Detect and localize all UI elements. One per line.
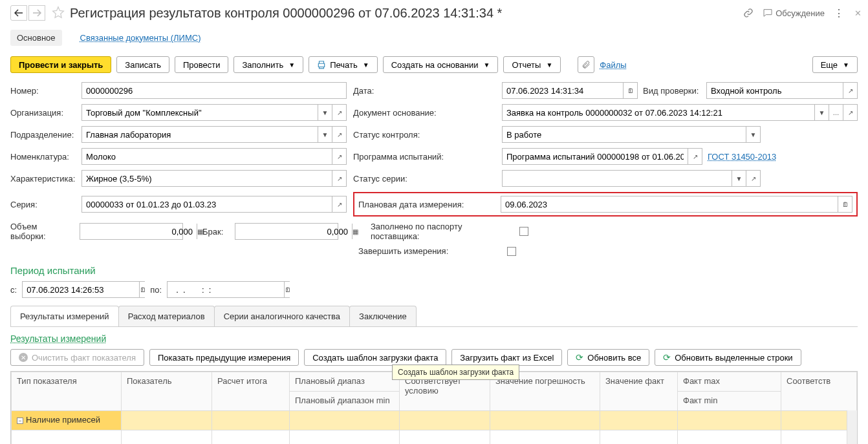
dept-input[interactable]: ▼↗ — [81, 126, 347, 143]
passport-checkbox[interactable] — [519, 227, 528, 236]
th-conf[interactable]: Соответств — [781, 372, 857, 411]
collapse-icon[interactable]: − — [17, 418, 23, 424]
dropdown-icon[interactable]: ▼ — [318, 127, 332, 142]
th-type[interactable]: Тип показателя — [12, 372, 122, 411]
subtab-conclusion[interactable]: Заключение — [349, 306, 417, 326]
results-table[interactable]: Тип показателя Показатель Расчет итога П… — [11, 372, 857, 444]
ctrl-status-input[interactable]: ▼ — [502, 126, 761, 143]
refresh-icon: ⟳ — [663, 352, 671, 363]
discuss-button[interactable]: Обсуждение — [763, 8, 825, 18]
period-from-input[interactable]: 🗓 — [22, 281, 145, 298]
nomen-label: Номенклатура: — [10, 152, 75, 162]
tab-main[interactable]: Основное — [10, 30, 62, 46]
subtab-analog[interactable]: Серии аналогичного качества — [214, 306, 350, 326]
subtab-results[interactable]: Результаты измерений — [10, 306, 119, 326]
date-input[interactable]: 🗓 — [502, 82, 638, 99]
dropdown-icon[interactable]: ▼ — [814, 105, 829, 120]
calendar-icon[interactable]: 🗓 — [623, 83, 637, 98]
prog-label: Программа испытаний: — [353, 152, 495, 162]
th-calc[interactable]: Расчет итога — [212, 372, 290, 411]
results-section-title[interactable]: Результаты измерений — [10, 333, 858, 349]
discuss-label: Обсуждение — [776, 8, 825, 18]
header-more-icon[interactable]: ⋮ — [834, 7, 845, 19]
paperclip-icon — [581, 60, 591, 69]
th-fact-max[interactable]: Факт max — [678, 372, 781, 392]
period-title: Период испытаний — [0, 259, 868, 279]
org-input[interactable]: ▼↗ — [81, 104, 347, 121]
reject-input[interactable]: ▦ — [235, 223, 338, 240]
table-row[interactable]: Наличие воды Последнее Нет — [12, 430, 857, 445]
cell-calc: Последнее — [212, 430, 290, 445]
show-prev-button[interactable]: Показать предыдущие измерения — [149, 349, 299, 366]
print-button[interactable]: Печать▼ — [309, 56, 378, 73]
th-plan-range[interactable]: Плановый диапаз — [290, 372, 400, 392]
favorite-icon[interactable] — [52, 6, 65, 21]
save-button[interactable]: Записать — [116, 56, 169, 73]
number-input[interactable] — [81, 82, 347, 99]
th-fact-min[interactable]: Факт min — [678, 392, 781, 411]
tab-linked-docs[interactable]: Связанные документы (ЛИМС) — [74, 30, 208, 46]
dropdown-icon[interactable]: ▼ — [732, 171, 746, 186]
create-template-button[interactable]: Создать шаблон загрузки факта — [304, 349, 446, 366]
create-based-button[interactable]: Создать на основании▼ — [383, 56, 499, 73]
number-label: Номер: — [10, 86, 75, 96]
close-icon[interactable]: ✕ — [854, 8, 862, 18]
open-icon[interactable]: ↗ — [688, 149, 702, 164]
nav-back-button[interactable] — [10, 5, 27, 21]
open-icon[interactable]: ↗ — [843, 83, 857, 98]
prog-input[interactable]: ↗ — [502, 148, 702, 165]
post-close-button[interactable]: Провести и закрыть — [10, 56, 111, 73]
reports-button[interactable]: Отчеты▼ — [503, 56, 561, 73]
th-plan-min[interactable]: Плановый диапазон min — [290, 392, 400, 411]
calendar-icon[interactable]: 🗓 — [284, 282, 291, 297]
reject-label: Брак: — [190, 227, 228, 237]
finish-label: Завершить измерения: — [358, 246, 501, 256]
th-fact[interactable]: Значение факт — [600, 372, 678, 411]
cell-correct: Нет — [400, 430, 490, 445]
attachment-button[interactable] — [578, 56, 594, 73]
plan-date-input[interactable]: 🗓 — [501, 196, 852, 213]
calculator-icon[interactable]: ▦ — [352, 224, 358, 239]
gost-link[interactable]: ГОСТ 31450-2013 — [708, 152, 776, 162]
scrollbar[interactable] — [847, 410, 857, 444]
calendar-icon[interactable]: 🗓 — [139, 282, 146, 297]
arrow-left-icon — [14, 9, 23, 17]
series-status-label: Статус серии: — [353, 174, 495, 184]
post-button[interactable]: Провести — [175, 56, 229, 73]
calendar-icon[interactable]: 🗓 — [838, 196, 852, 212]
update-all-button[interactable]: ⟳Обновить все — [567, 349, 649, 366]
open-icon[interactable]: ↗ — [843, 105, 857, 120]
period-to-input[interactable]: 🗓 — [167, 281, 290, 298]
files-link[interactable]: Файлы — [600, 60, 626, 70]
open-icon[interactable]: ↗ — [332, 105, 346, 120]
open-icon[interactable]: ↗ — [332, 171, 346, 186]
series-label: Серия: — [10, 200, 75, 209]
check-type-label: Вид проверки: — [643, 86, 701, 96]
open-icon[interactable]: ↗ — [332, 149, 346, 164]
dropdown-icon[interactable]: ▼ — [746, 127, 760, 142]
open-icon[interactable]: ↗ — [746, 171, 760, 186]
update-selected-button[interactable]: ⟳Обновить выделенные строки — [655, 349, 801, 366]
more-label: Еще — [821, 60, 838, 70]
dropdown-icon[interactable]: ▼ — [318, 105, 332, 120]
finish-checkbox[interactable] — [507, 247, 516, 256]
charact-input[interactable]: ↗ — [81, 170, 347, 187]
clear-fact-button[interactable]: ✕Очистить факт показателя — [10, 349, 144, 366]
series-input[interactable]: ↗ — [81, 196, 347, 213]
subtab-materials[interactable]: Расход материалов — [118, 306, 215, 326]
nomen-input[interactable]: ↗ — [81, 148, 347, 165]
open-icon[interactable]: ↗ — [332, 127, 346, 142]
table-row[interactable]: −Наличие примесей — [12, 411, 857, 430]
base-doc-input[interactable]: ▼…↗ — [502, 104, 858, 121]
check-type-input[interactable]: ↗ — [706, 82, 858, 99]
fill-button[interactable]: Заполнить▼ — [233, 56, 303, 73]
nav-forward-button[interactable] — [28, 5, 45, 21]
th-indicator[interactable]: Показатель — [122, 372, 212, 411]
link-icon[interactable] — [743, 8, 754, 18]
load-excel-button[interactable]: Загрузить факт из Excel — [451, 349, 562, 366]
open-icon[interactable]: ↗ — [332, 196, 346, 212]
sample-input[interactable]: ▦ — [80, 223, 183, 240]
series-status-input[interactable]: ▼↗ — [502, 170, 761, 187]
select-icon[interactable]: … — [829, 105, 843, 120]
more-button[interactable]: Еще▼ — [812, 56, 858, 73]
